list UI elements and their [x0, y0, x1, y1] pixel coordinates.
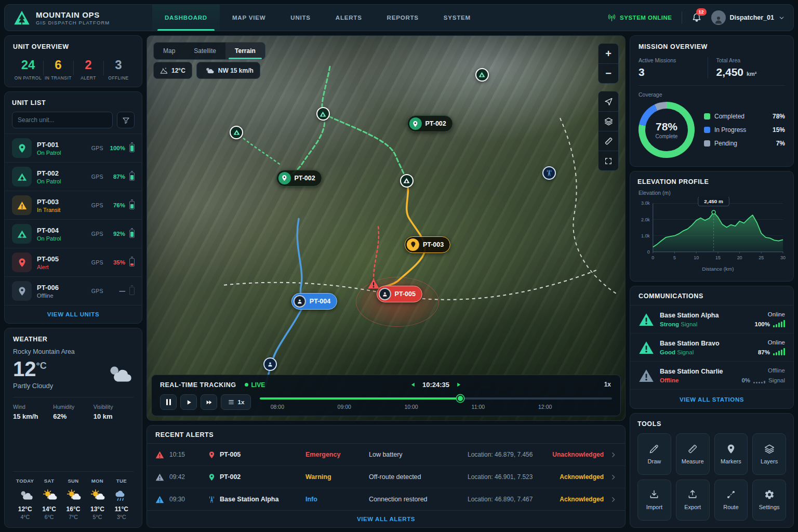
communications-title: COMMUNICATIONS: [630, 286, 793, 305]
tab-satellite[interactable]: Satellite: [184, 43, 225, 59]
unit-row-pt004[interactable]: PT-004 On Patrol GPS 92%: [5, 219, 142, 248]
unit-row-pt006[interactable]: PT-006 Offline GPS —: [5, 276, 142, 305]
tool-layers[interactable]: Layers: [752, 433, 786, 475]
pin-icon: [208, 473, 216, 481]
tool-markers[interactable]: Markers: [714, 433, 748, 475]
nav-map-view[interactable]: MAP VIEW: [220, 5, 278, 31]
measure-button[interactable]: [598, 131, 618, 151]
camp-marker[interactable]: [316, 107, 330, 121]
nav-reports[interactable]: REPORTS: [375, 5, 431, 31]
step-forward-icon[interactable]: [456, 382, 461, 388]
hiker-marker[interactable]: [263, 357, 277, 371]
pin-icon: [409, 117, 421, 130]
timeline-thumb[interactable]: [457, 395, 464, 402]
legend-pending: Pending7%: [704, 140, 785, 147]
fast-forward-button[interactable]: [201, 394, 217, 410]
pencil-icon: [649, 444, 659, 454]
tool-settings[interactable]: Settings: [752, 480, 786, 521]
sun-cloud-icon: [85, 487, 109, 503]
tool-import[interactable]: Import: [637, 480, 671, 521]
weather-condition: Partly Cloudy: [13, 382, 53, 390]
svg-text:2.0k: 2.0k: [641, 217, 650, 222]
tab-terrain[interactable]: Terrain: [225, 43, 265, 59]
unit-row-pt005[interactable]: PT-005 Alert GPS 35%: [5, 248, 142, 276]
zoom-in-button[interactable]: +: [598, 44, 618, 63]
view-all-stations-link[interactable]: VIEW ALL STATIONS: [630, 391, 793, 408]
tracking-time: 10:24:35: [410, 381, 461, 389]
unit-row-pt001[interactable]: PT-001 On Patrol GPS 100%: [5, 134, 142, 162]
sun-cloud-icon: [61, 487, 85, 503]
svg-text:20: 20: [737, 255, 742, 260]
pin-icon: [278, 172, 290, 184]
battery-icon: [129, 230, 135, 238]
waypoint-marker[interactable]: [400, 174, 414, 188]
nav-units[interactable]: UNITS: [278, 5, 323, 31]
nav-dashboard[interactable]: DASHBOARD: [152, 5, 220, 31]
coverage-legend: Completed78% In Progress15% Pending7%: [704, 113, 785, 147]
map-label-pt002[interactable]: PT-002: [276, 170, 322, 187]
warning-icon: [155, 450, 164, 459]
chevron-right-icon[interactable]: [610, 496, 617, 503]
chevron-right-icon[interactable]: [610, 474, 617, 481]
app-subtitle: GIS DISPATCH PLATFORM: [36, 20, 110, 25]
svg-text:Distance (km): Distance (km): [702, 266, 734, 272]
recent-alerts-panel: RECENT ALERTS 10:15 PT-005 Emergency Low…: [147, 425, 626, 528]
tool-measure[interactable]: Measure: [676, 433, 710, 475]
pause-button[interactable]: [160, 394, 177, 410]
tent-icon: [12, 224, 32, 244]
station-alpha[interactable]: Base Station Alpha Strong Signal Online …: [630, 305, 793, 334]
play-button[interactable]: [180, 394, 197, 410]
forecast-sat: SAT 14°C6°C: [37, 478, 61, 520]
unit-row-pt003[interactable]: PT-003 In Transit GPS 76%: [5, 191, 142, 219]
alert-row-3[interactable]: 09:30 Base Station Alpha Info Connection…: [147, 488, 625, 511]
alert-row-1[interactable]: 10:15 PT-005 Emergency Low battery Locat…: [147, 444, 625, 466]
user-menu[interactable]: Dispatcher_01: [711, 10, 785, 25]
view-all-alerts-link[interactable]: VIEW ALL ALERTS: [147, 511, 625, 527]
person-icon: [294, 295, 306, 308]
speed-select[interactable]: 1x: [221, 394, 251, 410]
svg-text:3.0k: 3.0k: [641, 201, 650, 206]
tool-export[interactable]: Export: [676, 480, 710, 521]
weather-humidity: Humidity62%: [53, 404, 93, 420]
fullscreen-button[interactable]: [598, 151, 618, 170]
nav-alerts[interactable]: ALERTS: [323, 5, 375, 31]
camp-marker[interactable]: [230, 126, 243, 139]
right-sidebar: MISSION OVERVIEW Active Missions 3 Total…: [630, 35, 794, 528]
step-back-icon[interactable]: [410, 382, 416, 388]
map-label-pt005[interactable]: PT-005: [377, 286, 422, 302]
sun-cloud-icon: [203, 66, 215, 75]
nav-system[interactable]: SYSTEM: [431, 5, 483, 31]
station-charlie[interactable]: Base Station Charlie Offline Offline 0%S…: [630, 362, 793, 390]
station-bravo[interactable]: Base Station Bravo Good Signal Online 87…: [630, 334, 793, 362]
filter-button[interactable]: [117, 112, 135, 128]
layers-button[interactable]: [598, 111, 618, 131]
map-label-pt004[interactable]: PT-004: [291, 293, 337, 310]
search-input[interactable]: [12, 112, 113, 128]
tab-map[interactable]: Map: [154, 43, 184, 59]
notifications-button[interactable]: 12: [691, 12, 702, 23]
weather-panel: WEATHER Rocky Mountain Area 12°C Partly …: [4, 328, 142, 528]
tool-route[interactable]: Route: [714, 480, 748, 521]
communications-panel: COMMUNICATIONS Base Station Alpha Strong…: [630, 286, 794, 409]
svg-text:15: 15: [715, 255, 721, 260]
app-logo-icon: [13, 9, 31, 26]
locate-button[interactable]: [598, 91, 618, 111]
chevron-right-icon[interactable]: [610, 451, 617, 458]
map-label-pt002-top[interactable]: PT-002: [407, 115, 453, 132]
pin-icon: [12, 281, 32, 301]
timeline-slider[interactable]: 08:00 09:00 10:00 11:00 12:00: [260, 393, 612, 411]
alert-warning-icon: [367, 277, 380, 290]
map-viewport[interactable]: Map Satellite Terrain 12°C NW 15 km/h + …: [147, 35, 626, 421]
camp-marker[interactable]: [475, 68, 489, 82]
elevation-profile-panel: ELEVATION PROFILE Elevation (m) 01.0k2.0…: [630, 171, 794, 282]
view-all-units-link[interactable]: VIEW ALL UNITS: [5, 305, 142, 323]
alert-row-2[interactable]: 09:42 PT-002 Warning Off-route detected …: [147, 466, 625, 488]
unit-row-pt002[interactable]: PT-002 On Patrol GPS 87%: [5, 162, 142, 191]
ruler-icon: [687, 444, 698, 454]
partly-cloudy-icon: [13, 487, 37, 503]
tool-draw[interactable]: Draw: [637, 433, 671, 475]
left-sidebar: UNIT OVERVIEW 24 ON PATROL 6 IN TRANSIT …: [4, 35, 142, 528]
antenna-marker[interactable]: [542, 166, 556, 180]
map-label-pt003[interactable]: PT-003: [405, 236, 450, 253]
zoom-out-button[interactable]: −: [598, 63, 618, 83]
